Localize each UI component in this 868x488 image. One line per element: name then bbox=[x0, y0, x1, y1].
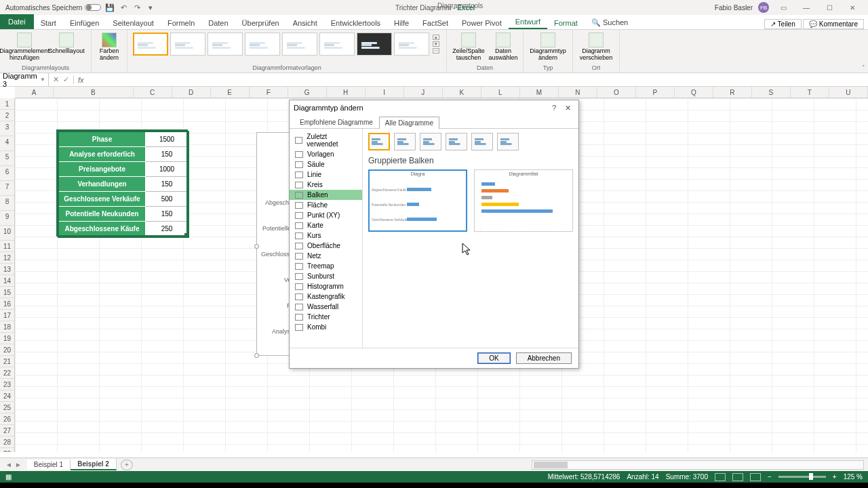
chart-style-5[interactable] bbox=[282, 33, 317, 56]
row-header[interactable]: 5 bbox=[0, 151, 14, 166]
chart-category-item[interactable]: Oberfläche bbox=[290, 241, 362, 251]
tab-entwurf[interactable]: Entwurf bbox=[509, 16, 547, 29]
horizontal-scrollbar[interactable] bbox=[532, 460, 864, 470]
autosave-toggle[interactable] bbox=[85, 4, 101, 11]
tab-daten[interactable]: Daten bbox=[201, 17, 235, 29]
tab-format[interactable]: Format bbox=[547, 17, 585, 29]
view-page-layout-icon[interactable] bbox=[732, 473, 743, 481]
column-header[interactable]: F bbox=[250, 87, 288, 98]
ribbon-display-icon[interactable]: ▭ bbox=[774, 2, 792, 13]
column-header[interactable]: T bbox=[791, 87, 829, 98]
chart-category-item[interactable]: Trichter bbox=[290, 312, 362, 322]
row-header[interactable]: 10 bbox=[0, 226, 14, 241]
select-data-button[interactable]: Daten auswählen bbox=[488, 31, 519, 62]
subtype-clustered-bar[interactable] bbox=[368, 133, 390, 150]
column-header[interactable]: E bbox=[211, 87, 250, 98]
chart-category-item[interactable]: Treemap bbox=[290, 261, 362, 271]
chart-category-item[interactable]: Zuletzt verwendet bbox=[290, 131, 362, 149]
quick-layout-button[interactable]: Schnelllayout bbox=[46, 31, 87, 55]
table-cell-phase[interactable]: Phase bbox=[59, 132, 146, 147]
zoom-out-icon[interactable]: − bbox=[768, 473, 772, 481]
sheet-tab-beispiel1[interactable]: Beispiel 1 bbox=[27, 460, 71, 470]
chart-style-2[interactable] bbox=[170, 33, 205, 56]
chart-category-item[interactable]: Fläche bbox=[290, 200, 362, 210]
row-header[interactable]: 7 bbox=[0, 181, 14, 196]
row-header[interactable]: 11 bbox=[0, 241, 14, 252]
table-cell-phase[interactable]: Verhandlungen bbox=[59, 177, 146, 192]
close-icon[interactable]: ✕ bbox=[844, 2, 861, 13]
row-header[interactable]: 25 bbox=[0, 402, 14, 413]
collapse-ribbon-icon[interactable]: ˄ bbox=[862, 64, 865, 71]
comments-button[interactable]: 💬 Kommentare bbox=[803, 19, 864, 29]
qat-more-icon[interactable]: ▾ bbox=[146, 3, 155, 12]
sheet-nav-next-icon[interactable]: ► bbox=[15, 461, 22, 468]
row-header[interactable]: 20 bbox=[0, 344, 14, 356]
table-cell-phase[interactable]: Preisangebote bbox=[59, 162, 146, 177]
add-sheet-button[interactable]: + bbox=[121, 460, 133, 470]
tab-ueberpruefen[interactable]: Überprüfen bbox=[235, 17, 286, 29]
row-header[interactable]: 29 bbox=[0, 448, 14, 452]
switch-row-column-button[interactable]: Zeile/Spalte tauschen bbox=[451, 31, 486, 62]
view-page-break-icon[interactable] bbox=[750, 473, 761, 481]
column-header[interactable]: I bbox=[366, 87, 404, 98]
table-cell-phase[interactable]: Abgeschlossene Käufe bbox=[59, 222, 146, 237]
column-header[interactable]: J bbox=[404, 87, 443, 98]
chart-category-item[interactable]: Kreis bbox=[290, 180, 362, 190]
chart-style-3[interactable] bbox=[208, 33, 243, 56]
row-header[interactable]: 19 bbox=[0, 333, 14, 344]
row-headers[interactable]: 1234567891011121314151617181920212223242… bbox=[0, 98, 15, 452]
row-header[interactable]: 24 bbox=[0, 390, 14, 402]
tab-start[interactable]: Start bbox=[34, 17, 63, 29]
column-header[interactable]: B bbox=[54, 87, 134, 98]
column-header[interactable]: R bbox=[713, 87, 752, 98]
zoom-level[interactable]: 125 % bbox=[844, 473, 863, 481]
column-header[interactable]: C bbox=[134, 87, 172, 98]
column-header[interactable]: S bbox=[752, 87, 791, 98]
undo-icon[interactable]: ↶ bbox=[119, 3, 128, 12]
chart-style-6[interactable] bbox=[319, 33, 355, 56]
row-header[interactable]: 18 bbox=[0, 321, 14, 333]
tab-einfuegen[interactable]: Einfügen bbox=[63, 17, 106, 29]
chart-category-item[interactable]: Säule bbox=[290, 159, 362, 169]
chart-category-item[interactable]: Kombi bbox=[290, 322, 362, 332]
subtype-stacked-bar[interactable] bbox=[394, 133, 416, 150]
chart-category-item[interactable]: Sunburst bbox=[290, 271, 362, 281]
tab-seitenlayout[interactable]: Seitenlayout bbox=[106, 17, 161, 29]
tab-powerpivot[interactable]: Power Pivot bbox=[455, 17, 509, 29]
column-header[interactable]: D bbox=[172, 87, 211, 98]
cancel-button[interactable]: Abbrechen bbox=[516, 352, 572, 364]
column-header[interactable]: Q bbox=[675, 87, 713, 98]
change-colors-button[interactable]: Farben ändern bbox=[96, 31, 123, 62]
data-table[interactable]: Phase1500Analyse erforderlich150Preisang… bbox=[58, 131, 189, 238]
maximize-icon[interactable]: ☐ bbox=[821, 2, 838, 13]
subtype-3d-100-stacked-bar[interactable] bbox=[497, 133, 519, 150]
subtype-3d-clustered-bar[interactable] bbox=[446, 133, 467, 150]
tab-formeln[interactable]: Formeln bbox=[161, 17, 201, 29]
chart-category-list[interactable]: Zuletzt verwendetVorlagenSäuleLinieKreis… bbox=[290, 129, 363, 348]
column-header[interactable]: M bbox=[520, 87, 559, 98]
chart-category-item[interactable]: Kastengrafik bbox=[290, 291, 362, 302]
add-chart-element-button[interactable]: Diagrammelement hinzufügen bbox=[4, 31, 45, 62]
chart-style-8[interactable] bbox=[394, 33, 429, 56]
row-header[interactable]: 3 bbox=[0, 121, 14, 136]
fx-icon[interactable]: fx bbox=[74, 76, 88, 84]
column-header[interactable]: U bbox=[829, 87, 868, 98]
row-header[interactable]: 17 bbox=[0, 310, 14, 321]
sheet-tab-beispiel2[interactable]: Beispiel 2 bbox=[71, 459, 117, 470]
sheet-nav-prev-icon[interactable]: ◄ bbox=[5, 461, 12, 468]
row-header[interactable]: 23 bbox=[0, 379, 14, 390]
share-button[interactable]: ↗ Teilen bbox=[764, 19, 802, 29]
chart-preview-1[interactable]: Diagra Abgeschlossene Käufe Potentielle … bbox=[368, 169, 467, 232]
table-cell-value[interactable]: 150 bbox=[146, 177, 188, 192]
user-avatar[interactable]: FB bbox=[758, 2, 769, 13]
column-header[interactable]: H bbox=[327, 87, 366, 98]
row-header[interactable]: 1 bbox=[0, 98, 14, 110]
table-cell-phase[interactable]: Analyse erforderlich bbox=[59, 147, 146, 162]
chart-category-item[interactable]: Linie bbox=[290, 169, 362, 180]
zoom-in-icon[interactable]: + bbox=[833, 473, 837, 481]
tab-entwicklertools[interactable]: Entwicklertools bbox=[324, 17, 387, 29]
table-cell-phase[interactable]: Geschlossene Verkäufe bbox=[59, 192, 146, 207]
column-header[interactable]: A bbox=[15, 87, 54, 98]
chart-preview-2[interactable]: Diagrammtitel · · · · · · · · · · bbox=[474, 169, 573, 232]
table-cell-phase[interactable]: Potentielle Neukunden bbox=[59, 207, 146, 222]
